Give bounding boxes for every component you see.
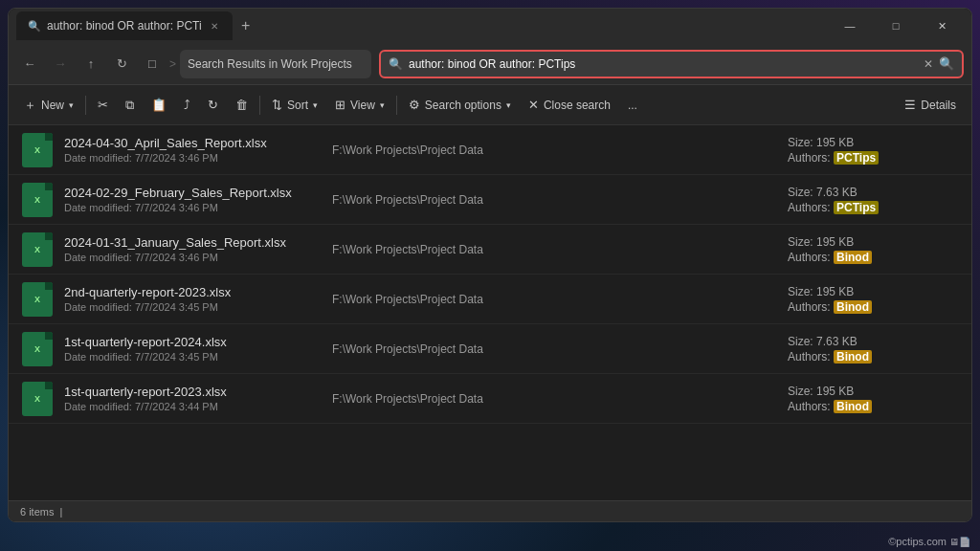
table-row[interactable]: X 1st-quarterly-report-2023.xlsx Date mo…: [9, 374, 971, 424]
xlsx-icon: X: [22, 382, 53, 416]
more-button[interactable]: ...: [620, 94, 645, 117]
file-info: 1st-quarterly-report-2023.xlsx Date modi…: [64, 385, 332, 412]
author-highlight: Binod: [834, 251, 872, 264]
file-details: Size: 195 KB Authors: PCTips: [788, 136, 960, 165]
toolbar-separator-1: [85, 96, 86, 115]
details-button[interactable]: ☰ Details: [897, 93, 964, 117]
file-path: F:\Work Projects\Project Data: [332, 293, 788, 306]
table-row[interactable]: X 2024-01-31_January_Sales_Report.xlsx D…: [9, 225, 971, 275]
file-path: F:\Work Projects\Project Data: [332, 143, 788, 157]
share-icon: ⤴: [184, 98, 190, 112]
search-go-button[interactable]: 🔍: [939, 56, 954, 71]
move-button[interactable]: ↻: [200, 93, 226, 117]
nav-bar: ← → ↑ ↻ □ > Search Results in Work Proje…: [9, 43, 971, 85]
file-details: Size: 7.63 KB Authors: PCTips: [788, 186, 960, 214]
search-input[interactable]: [409, 57, 918, 71]
table-row[interactable]: X 2024-02-29_February_Sales_Report.xlsx …: [9, 175, 971, 225]
xlsx-icon: X: [22, 332, 53, 366]
paste-button[interactable]: 📋: [144, 93, 174, 117]
view-button[interactable]: ⊞ View ▾: [327, 93, 392, 117]
tab-label: author: binod OR author: PCTi: [47, 19, 202, 33]
search-icon: 🔍: [28, 20, 41, 33]
view-chevron-icon: ▾: [380, 100, 385, 110]
back-button[interactable]: ←: [16, 51, 43, 77]
maximize-button[interactable]: □: [874, 11, 918, 40]
file-modified: Date modified: 7/7/2024 3:46 PM: [64, 252, 332, 263]
author-highlight: Binod: [834, 350, 872, 364]
new-tab-button[interactable]: +: [233, 12, 259, 39]
table-row[interactable]: X 2024-04-30_April_Sales_Report.xlsx Dat…: [9, 125, 971, 175]
up-button[interactable]: ↑: [78, 51, 104, 77]
file-info: 2024-04-30_April_Sales_Report.xlsx Date …: [64, 136, 332, 164]
xlsx-icon: X: [22, 232, 53, 267]
folder-view-button[interactable]: □: [139, 51, 166, 77]
close-search-button[interactable]: ✕ Close search: [521, 93, 618, 117]
file-icon: X: [20, 232, 55, 267]
close-search-icon: ✕: [528, 98, 539, 112]
file-modified: Date modified: 7/7/2024 3:46 PM: [64, 152, 332, 164]
file-info: 2024-01-31_January_Sales_Report.xlsx Dat…: [64, 235, 332, 263]
file-size: Size: 7.63 KB: [788, 186, 960, 199]
address-bar[interactable]: Search Results in Work Projects: [180, 50, 371, 78]
toolbar-separator-3: [396, 96, 397, 115]
close-button[interactable]: ✕: [920, 11, 964, 40]
author-highlight: PCTips: [834, 201, 879, 214]
file-icon: X: [20, 382, 55, 416]
new-chevron-icon: ▾: [69, 100, 74, 110]
file-modified: Date modified: 7/7/2024 3:46 PM: [64, 202, 332, 213]
share-button[interactable]: ⤴: [176, 93, 198, 117]
new-button[interactable]: ＋ New ▾: [16, 92, 81, 119]
delete-button[interactable]: 🗑: [228, 93, 256, 117]
file-details: Size: 7.63 KB Authors: Binod: [788, 335, 960, 364]
nav-separator: >: [169, 57, 176, 71]
delete-icon: 🗑: [235, 98, 248, 112]
file-info: 2024-02-29_February_Sales_Report.xlsx Da…: [64, 186, 332, 213]
file-icon: X: [20, 332, 55, 366]
file-name: 1st-quarterly-report-2024.xlsx: [64, 335, 332, 349]
table-row[interactable]: X 1st-quarterly-report-2024.xlsx Date mo…: [9, 324, 971, 374]
sort-button[interactable]: ⇅ Sort ▾: [264, 93, 325, 117]
status-bar: 6 items |: [9, 500, 971, 521]
author-highlight: Binod: [834, 300, 872, 314]
table-row[interactable]: X 2nd-quarterly-report-2023.xlsx Date mo…: [9, 275, 971, 324]
new-icon: ＋: [24, 97, 36, 114]
file-path: F:\Work Projects\Project Data: [332, 342, 788, 356]
file-details: Size: 195 KB Authors: Binod: [788, 385, 960, 413]
file-size: Size: 195 KB: [788, 235, 960, 249]
forward-button[interactable]: →: [47, 51, 74, 77]
xlsx-icon: X: [22, 282, 53, 317]
copy-button[interactable]: ⧉: [118, 93, 142, 118]
tab-close-button[interactable]: ✕: [208, 19, 221, 33]
file-size: Size: 195 KB: [788, 385, 960, 398]
sort-chevron-icon: ▾: [313, 100, 318, 110]
move-icon: ↻: [208, 98, 218, 112]
file-icon: X: [20, 183, 55, 217]
details-icon: ☰: [904, 98, 916, 112]
search-options-button[interactable]: ⚙ Search options ▾: [401, 93, 519, 117]
toolbar: ＋ New ▾ ✂ ⧉ 📋 ⤴ ↻ 🗑 ⇅ Sort ▾ ⊞: [9, 85, 971, 125]
file-modified: Date modified: 7/7/2024 3:44 PM: [64, 401, 332, 412]
sort-icon: ⇅: [272, 98, 282, 112]
explorer-window: 🔍 author: binod OR author: PCTi ✕ + — □ …: [8, 8, 972, 522]
view-icon: ⊞: [335, 98, 345, 112]
item-count: 6 items: [20, 506, 54, 518]
copy-icon: ⧉: [125, 98, 134, 113]
search-options-icon: ⚙: [409, 98, 420, 112]
file-name: 2024-01-31_January_Sales_Report.xlsx: [64, 235, 332, 250]
search-box[interactable]: 🔍 ✕ 🔍: [379, 50, 964, 78]
file-size: Size: 195 KB: [788, 136, 960, 149]
cut-button[interactable]: ✂: [90, 93, 116, 117]
file-path: F:\Work Projects\Project Data: [332, 243, 788, 256]
file-author: Authors: PCTips: [788, 201, 960, 214]
file-details: Size: 195 KB Authors: Binod: [788, 235, 960, 264]
author-highlight: PCTips: [834, 151, 879, 165]
toolbar-separator-2: [259, 96, 260, 115]
minimize-button[interactable]: —: [828, 11, 872, 40]
search-clear-button[interactable]: ✕: [924, 57, 933, 71]
author-highlight: Binod: [834, 400, 872, 413]
file-details: Size: 195 KB Authors: Binod: [788, 285, 960, 314]
search-input-icon: 🔍: [389, 57, 403, 71]
refresh-button[interactable]: ↻: [108, 51, 135, 77]
file-author: Authors: PCTips: [788, 151, 960, 165]
active-tab[interactable]: 🔍 author: binod OR author: PCTi ✕: [16, 11, 233, 40]
